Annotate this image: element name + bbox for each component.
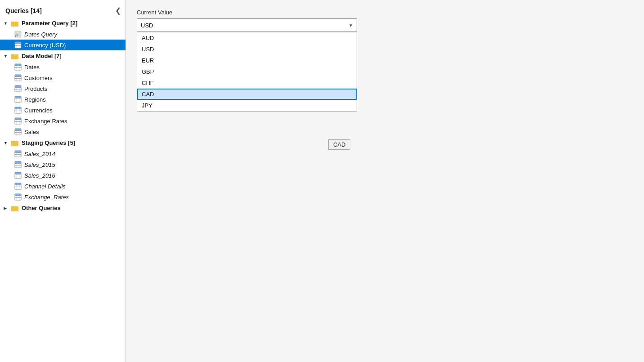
group-label-staging-queries: Staging Queries [5] (22, 139, 75, 146)
group-header-staging-queries[interactable]: ▼ Staging Queries [5] (0, 137, 125, 148)
folder-icon (11, 20, 19, 27)
sidebar-item-regions[interactable]: Regions (0, 94, 125, 105)
svg-rect-19 (15, 64, 21, 66)
group-header-parameter-query[interactable]: ▼ Parameter Query [2] (0, 18, 125, 29)
group-arrow-icon: ▼ (4, 21, 9, 26)
item-label-exchange-rates-staging: Exchange_Rates (24, 194, 69, 201)
item-label-products: Products (24, 85, 47, 92)
dropdown-option-chf[interactable]: CHF (137, 77, 357, 89)
svg-rect-25 (15, 75, 21, 77)
collapse-icon: ❮ (115, 6, 121, 15)
dropdown-list: AUDUSDEURGBPCHFCADJPY (137, 32, 357, 112)
table-icon (14, 41, 22, 49)
sidebar-item-currencies[interactable]: Currencies (0, 105, 125, 116)
dropdown-option-aud[interactable]: AUD (137, 32, 357, 44)
sidebar-item-channel-details[interactable]: Channel Details (0, 181, 125, 192)
group-arrow-icon: ▶ (4, 206, 9, 210)
table-icon (14, 117, 22, 125)
item-label-sales-2015: Sales_2015 (24, 161, 55, 168)
table-icon (14, 172, 22, 179)
svg-rect-82 (15, 183, 21, 185)
sidebar-item-sales[interactable]: Sales (0, 126, 125, 137)
table-icon (14, 74, 22, 81)
item-label-sales-2014: Sales_2014 (24, 151, 55, 157)
svg-rect-88 (15, 194, 21, 196)
current-value-label: Current Value (137, 9, 633, 16)
item-label-currencies: Currencies (24, 107, 53, 114)
sidebar-item-exchange-rates[interactable]: Exchange Rates (0, 116, 125, 126)
item-label-customers: Customers (24, 75, 53, 81)
sidebar-item-products[interactable]: Products (0, 83, 125, 94)
svg-rect-49 (15, 118, 21, 120)
item-label-dates-query: Dates Query (24, 31, 57, 38)
table-icon (14, 63, 22, 71)
item-label-currency-usd: Currency (USD) (24, 42, 66, 49)
item-label-sales: Sales (24, 129, 39, 135)
dropdown-option-usd[interactable]: USD (137, 44, 357, 55)
dropdown-select[interactable]: USD ▼ (137, 18, 357, 32)
table-icon (14, 128, 22, 135)
folder-icon (11, 140, 19, 146)
svg-rect-58 (11, 142, 18, 146)
table-icon (14, 193, 22, 201)
svg-rect-91 (11, 207, 18, 211)
main-content: Current Value USD ▼ AUDUSDEURGBPCHFCADJP… (126, 0, 644, 362)
fx-icon: fx (14, 31, 22, 38)
item-label-dates: Dates (24, 64, 40, 71)
sidebar-header: Queries [14] ❮ (0, 4, 125, 18)
tooltip: CAD (328, 139, 350, 150)
svg-rect-31 (15, 85, 21, 88)
group-label-parameter-query: Parameter Query [2] (22, 20, 77, 27)
svg-rect-43 (15, 107, 21, 109)
dropdown-option-eur[interactable]: EUR (137, 55, 357, 66)
svg-rect-2 (11, 22, 18, 27)
group-label-other-queries: Other Queries (22, 205, 61, 211)
svg-rect-10 (15, 42, 21, 44)
sidebar-item-sales-2014[interactable]: Sales_2014 (0, 148, 125, 159)
dropdown-option-jpy[interactable]: JPY (137, 100, 357, 111)
group-arrow-icon: ▼ (4, 54, 9, 58)
sidebar-item-exchange-rates-staging[interactable]: Exchange_Rates (0, 192, 125, 202)
sidebar-item-dates-query[interactable]: fx Dates Query (0, 29, 125, 40)
table-icon (14, 96, 22, 103)
sidebar-item-customers[interactable]: Customers (0, 72, 125, 83)
group-label-data-model: Data Model [7] (22, 53, 62, 59)
dropdown-container: USD ▼ AUDUSDEURGBPCHFCADJPY (137, 18, 357, 32)
svg-rect-55 (15, 129, 21, 131)
group-header-data-model[interactable]: ▼ Data Model [7] (0, 50, 125, 62)
folder-icon (11, 205, 19, 211)
group-header-other-queries[interactable]: ▶ Other Queries (0, 202, 125, 214)
table-icon (14, 107, 22, 114)
svg-rect-70 (15, 161, 21, 164)
svg-rect-13 (11, 55, 18, 59)
table-icon (14, 85, 22, 92)
sidebar-item-currency-usd[interactable]: Currency (USD) (0, 40, 125, 50)
sidebar-groups: ▼ Parameter Query [2] fx Dates Query Cur… (0, 18, 125, 214)
dropdown-option-gbp[interactable]: GBP (137, 66, 357, 77)
svg-rect-64 (15, 151, 21, 153)
sidebar-item-sales-2015[interactable]: Sales_2015 (0, 159, 125, 170)
table-icon (14, 183, 22, 190)
item-label-regions: Regions (24, 96, 46, 103)
dropdown-option-cad[interactable]: CAD (137, 89, 357, 100)
sidebar-item-dates[interactable]: Dates (0, 62, 125, 72)
table-icon (14, 161, 22, 168)
sidebar: Queries [14] ❮ ▼ Parameter Query [2] fx … (0, 0, 126, 362)
item-label-channel-details: Channel Details (24, 183, 66, 190)
folder-icon (11, 53, 19, 59)
collapse-button[interactable]: ❮ (115, 6, 121, 15)
item-label-sales-2016: Sales_2016 (24, 172, 55, 179)
svg-rect-76 (15, 172, 21, 174)
group-arrow-icon: ▼ (4, 141, 9, 145)
sidebar-title: Queries [14] (5, 7, 42, 14)
sidebar-item-sales-2016[interactable]: Sales_2016 (0, 170, 125, 181)
table-icon (14, 150, 22, 157)
item-label-exchange-rates: Exchange Rates (24, 118, 67, 125)
dropdown-selected-value: USD (141, 22, 153, 29)
dropdown-arrow-icon: ▼ (349, 23, 353, 28)
svg-rect-37 (15, 96, 21, 98)
svg-text:fx: fx (15, 32, 18, 37)
